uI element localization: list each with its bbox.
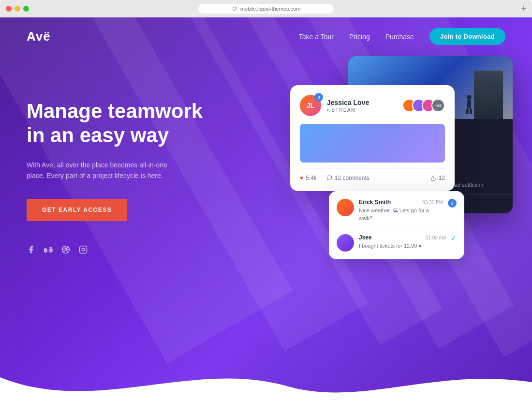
chat-message-2: Jsee 01:00 AM I bought tickets for 12:00… [337,234,457,252]
dribbble-icon[interactable] [61,245,70,256]
card-user-info: JL 3 Jessica Love STREAM [300,95,369,116]
stat-likes: ♥ 5.4k [300,175,317,181]
chat-name-1: Erick Smith [359,199,391,206]
svg-rect-4 [467,100,471,108]
card-chat: Erick Smith 03:30 PM Nice weather. 🌤 Let… [329,191,464,259]
chat-time-1: 03:30 PM [422,200,443,205]
chat-badge-1: 3 [448,199,457,208]
chat-header-1: Erick Smith 03:30 PM [359,199,443,206]
facebook-icon[interactable] [27,245,35,256]
chat-text-1: Nice weather. 🌤 Lets go for a walk? [359,207,443,222]
chat-header-2: Jsee 01:00 AM [359,234,446,241]
address-bar[interactable]: mobile.liquid-themes.com [198,4,334,14]
user-avatar-wrapper: JL 3 [300,95,321,116]
new-tab-button[interactable]: + [521,4,526,14]
cards-area: aJ a Johnson 00 AM re than 2,500 years.d… [290,56,513,259]
social-icons [27,245,230,256]
nav-links: Take a Tour Pricing Purchase Join to Dow… [299,28,505,45]
chat-divider [337,229,457,229]
svg-rect-1 [80,246,87,253]
card-white-stats: ♥ 5.4k 12 comments 12 [300,168,445,181]
browser-dot-minimize[interactable] [15,6,20,12]
card-white: JL 3 Jessica Love STREAM +25 [290,85,455,191]
svg-rect-6 [470,108,472,114]
chat-content-1: Erick Smith 03:30 PM Nice weather. 🌤 Let… [359,199,443,222]
nav-link-purchase[interactable]: Purchase [385,33,414,41]
stat-share: 12 [430,175,445,181]
stat-comments: 12 comments [326,175,369,181]
main-content: Avë Take a Tour Pricing Purchase Join to… [0,17,532,416]
browser-dot-close[interactable] [6,6,12,12]
reload-icon [232,6,237,12]
browser-chrome: mobile.liquid-themes.com + [0,0,532,17]
behance-icon[interactable] [44,245,53,256]
group-avatar-more: +25 [431,99,445,112]
logo[interactable]: Avë [27,29,51,44]
chat-time-2: 01:00 AM [426,235,446,240]
chat-text-2: I bought tickets for 12:00 ● [359,242,446,250]
navbar: Avë Take a Tour Pricing Purchase Join to… [0,17,532,56]
card-user-type: STREAM [327,107,369,113]
early-access-button[interactable]: GET EARLY ACCESS [27,199,127,221]
chat-name-2: Jsee [359,234,372,241]
chat-avatar-1 [337,199,354,216]
hero-subtitle: With Ave, all over the place becomes all… [27,160,186,181]
card-user-name: Jessica Love [327,99,369,106]
svg-rect-5 [466,108,469,114]
avatar-badge: 3 [314,93,323,102]
browser-dot-maximize[interactable] [23,6,29,12]
chat-content-2: Jsee 01:00 AM I bought tickets for 12:00… [359,234,446,250]
hero-left: Manage teamworkin an easy way With Ave, … [27,85,230,256]
nav-link-tour[interactable]: Take a Tour [299,33,334,41]
chat-avatar-2 [337,234,354,252]
card-image [300,124,445,163]
address-text: mobile.liquid-themes.com [240,6,301,12]
wave-bottom [0,358,532,416]
instagram-icon[interactable] [79,245,88,256]
chat-tick-2: ✓ [451,234,457,242]
chat-message-1: Erick Smith 03:30 PM Nice weather. 🌤 Let… [337,199,457,222]
nav-link-pricing[interactable]: Pricing [349,33,370,41]
avatar-group: +25 [402,99,445,112]
join-download-button[interactable]: Join to Download [429,28,505,45]
svg-point-3 [467,95,472,100]
hero-title: Manage teamworkin an easy way [27,99,230,148]
card-white-header: JL 3 Jessica Love STREAM +25 [300,95,445,116]
